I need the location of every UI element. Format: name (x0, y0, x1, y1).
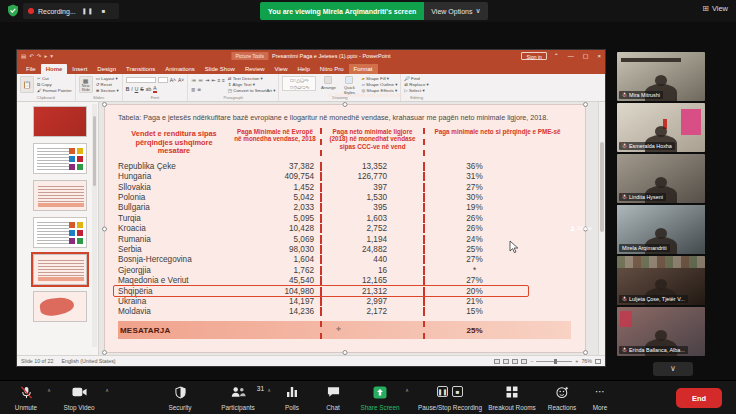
close-icon[interactable]: × (595, 53, 603, 59)
slide-sorter-view-icon[interactable] (503, 359, 509, 364)
slide-thumbnail[interactable] (33, 180, 87, 211)
font-color-button[interactable]: A (153, 85, 156, 93)
end-meeting-button[interactable]: End (676, 388, 722, 408)
zoom-slider[interactable] (536, 361, 572, 362)
stop-video-button[interactable]: ∧ Stop Video (50, 384, 108, 412)
language-indicator[interactable]: English (United States) (61, 358, 115, 364)
indent-icon[interactable]: ⇥ (205, 77, 209, 83)
convert-smartart-button[interactable]: ◳ Convert to SmartArt ▾ (228, 88, 276, 93)
ribbon-tab[interactable]: File (21, 64, 41, 74)
view-options-button[interactable]: View Options ∨ (424, 2, 487, 20)
ribbon-tab[interactable]: Design (92, 64, 121, 74)
thumbnail-scrollbar[interactable] (92, 104, 97, 347)
undo-icon[interactable]: ↶ (29, 53, 34, 59)
share-button[interactable]: Share (570, 92, 600, 364)
chevron-up-icon[interactable]: ∧ (105, 387, 109, 393)
slide-thumbnail-current[interactable] (33, 254, 87, 285)
selection-handle[interactable] (102, 226, 107, 231)
reading-view-icon[interactable] (512, 359, 518, 364)
participant-video-tile[interactable]: Esmeralda Hoxha (617, 103, 705, 152)
copy-button[interactable]: ⧉ Copy (37, 82, 72, 87)
slideshow-view-icon[interactable] (521, 359, 527, 364)
italic-button[interactable]: I (131, 86, 132, 92)
selection-handle[interactable] (102, 102, 107, 107)
normal-view-icon[interactable] (494, 359, 500, 364)
chat-button[interactable]: Chat (314, 384, 352, 412)
reset-button[interactable]: ↺ Reset (96, 82, 119, 87)
justify-icon[interactable]: ☰ (197, 87, 201, 92)
ribbon-display-options-icon[interactable]: ⌃ (552, 52, 561, 59)
bullets-icon[interactable]: ≔ (191, 77, 196, 83)
participant-video-tile[interactable]: Mirela Arqimandriti (617, 205, 705, 254)
find-button[interactable]: 🔎 Find (404, 76, 428, 81)
slide-thumbnail[interactable] (33, 291, 87, 322)
sign-in-button[interactable]: Sign in (521, 52, 546, 60)
pause-stop-recording-button[interactable]: ❚❚ ■ Pause/Stop Recording (408, 384, 492, 412)
ribbon-tab[interactable]: Home (41, 64, 68, 74)
security-button[interactable]: Security (154, 384, 206, 412)
shapes-gallery[interactable]: □○△⬠⇨☆◇▱⬭∿ (282, 76, 316, 91)
unmute-button[interactable]: ∧ Unmute (2, 384, 50, 412)
ribbon-tab[interactable]: Slide Show (200, 64, 240, 74)
slide-number-indicator[interactable]: Slide 10 of 22 (21, 358, 53, 364)
ribbon-tab[interactable]: Review (240, 64, 270, 74)
section-button[interactable]: ≣ Section ▾ (96, 88, 119, 93)
selection-handle[interactable] (102, 350, 107, 355)
numbering-icon[interactable]: ≕ (198, 77, 203, 83)
shape-outline-button[interactable]: ▱ Shape Outline ▾ (361, 82, 397, 87)
tell-me-box[interactable]: ⊙ Tell me what you want to do (328, 92, 402, 100)
format-painter-button[interactable]: 🖌 Format Painter (37, 88, 72, 93)
participant-video-tile[interactable]: Lindita Hyseni (617, 154, 705, 203)
zoom-out-icon[interactable]: − (530, 358, 533, 364)
selection-handle[interactable] (343, 102, 348, 107)
chevron-up-icon[interactable]: ∧ (267, 387, 271, 393)
font-name-select[interactable] (126, 77, 156, 83)
align-icons[interactable]: ≡ ≡ (218, 77, 225, 83)
pause-recording-icon[interactable]: ❚❚ (80, 6, 96, 16)
ribbon-tab[interactable]: Format (349, 64, 378, 74)
share-screen-button[interactable]: ∧ Share Screen (352, 384, 408, 412)
slide[interactable]: Tabela: Paga e jetesës ndërkufitare bazë… (105, 105, 585, 352)
slide-thumbnail[interactable] (33, 143, 87, 174)
selection-handle[interactable] (343, 350, 348, 355)
layout-button[interactable]: ▭ Layout ▾ (96, 76, 119, 81)
text-direction-button[interactable]: ⇄ Text Direction ▾ (228, 76, 276, 81)
reactions-button[interactable]: Reactions (542, 384, 582, 412)
shrink-font-icon[interactable]: A˅ (178, 77, 184, 83)
select-button[interactable]: ▷ Select ▾ (404, 88, 428, 93)
save-icon[interactable]: ▤ (21, 53, 26, 59)
slide-thumbnail[interactable] (33, 217, 87, 248)
more-button[interactable]: ⋯ More (582, 384, 618, 412)
participant-video-tile[interactable]: Mira Mitrushi (617, 52, 705, 101)
ribbon-tab[interactable]: Help (292, 64, 314, 74)
cut-button[interactable]: ✂ Cut (37, 76, 72, 81)
columns-icon[interactable]: ▥ (191, 87, 195, 92)
customize-qat-icon[interactable]: ▾ (50, 53, 53, 59)
ribbon-tab[interactable]: Insert (67, 64, 92, 74)
polls-button[interactable]: Polls (272, 384, 312, 412)
scroll-participants-down-button[interactable]: ∨ (653, 362, 693, 376)
pause-recording-icon[interactable]: ❚❚ (437, 386, 448, 397)
underline-button[interactable]: U (135, 86, 139, 92)
stop-recording-icon[interactable]: ■ (452, 386, 463, 397)
participant-video-tile[interactable]: Erinda Ballanca, Alba... (617, 307, 705, 356)
minimize-icon[interactable]: — (566, 53, 576, 59)
restore-icon[interactable]: ▢ (581, 52, 591, 59)
font-size-select[interactable] (158, 77, 168, 83)
paste-button[interactable]: 📋 (20, 76, 34, 93)
view-button[interactable]: ⊞ View (702, 4, 728, 13)
slide-thumbnail[interactable] (33, 106, 87, 137)
start-slideshow-icon[interactable]: ▸ (44, 53, 47, 59)
breakout-rooms-button[interactable]: Breakout Rooms (482, 384, 542, 412)
arrange-button[interactable]: Arrange (319, 76, 337, 90)
ribbon-tab[interactable]: Animations (160, 64, 200, 74)
new-slide-button[interactable]: ▦New Slide (79, 76, 93, 93)
shape-fill-button[interactable]: ▰ Shape Fill ▾ (361, 76, 397, 81)
stop-recording-icon[interactable]: ■ (100, 6, 108, 16)
redo-icon[interactable]: ↷ (37, 53, 42, 59)
outdent-icon[interactable]: ⇤ (211, 77, 215, 83)
replace-button[interactable]: ⇄ Replace ▾ (404, 82, 428, 87)
ribbon-tab[interactable]: Nitro Pro (315, 64, 349, 74)
participant-video-tile[interactable]: Luljeta Çose, Tjetër V... (617, 256, 705, 305)
ribbon-tab[interactable]: View (270, 64, 293, 74)
